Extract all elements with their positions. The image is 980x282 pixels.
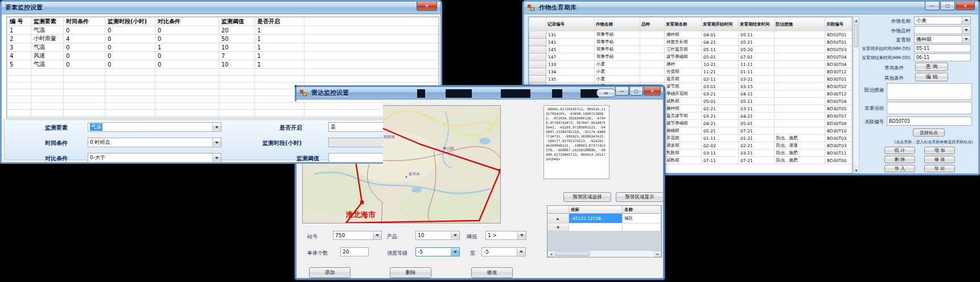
table-cell[interactable]: 03-15 <box>739 83 775 90</box>
table-cell[interactable]: 防虫、施肥 <box>775 157 825 164</box>
table-cell[interactable]: BD30T03 <box>825 135 853 142</box>
table-cell[interactable] <box>775 39 825 46</box>
table-cell[interactable]: 02-21 <box>702 105 739 113</box>
column-header[interactable]: 发育期名称 <box>665 18 702 31</box>
table-cell[interactable]: 07-21 <box>739 157 775 164</box>
table-cell[interactable]: 1 <box>255 60 304 69</box>
column-header[interactable]: 对比条件 <box>155 18 219 26</box>
table-cell[interactable]: 0 <box>105 43 155 52</box>
table-cell[interactable]: BD50T03 <box>825 46 853 53</box>
table-cell[interactable]: 成熟期 <box>665 98 702 105</box>
coord-column-header[interactable]: 坐标 <box>569 206 623 214</box>
table-cell[interactable]: 小时雨量 <box>31 35 64 43</box>
table-cell[interactable]: 03-01 <box>702 83 739 90</box>
table-cell[interactable]: 0 <box>105 35 155 43</box>
table-cell[interactable]: 05-21 <box>739 39 775 46</box>
table-cell[interactable]: BD30T11 <box>825 150 853 157</box>
table-cell[interactable]: BD30T04 <box>825 98 853 105</box>
table-cell[interactable]: 风速 <box>31 52 64 60</box>
column-header[interactable]: 防治措施 <box>775 18 825 31</box>
table-cell[interactable] <box>529 53 546 61</box>
table-cell[interactable]: 0 <box>155 26 219 35</box>
table-cell[interactable]: 05-20 <box>739 46 775 53</box>
empty-cell[interactable] <box>569 223 623 231</box>
cell-count-field[interactable]: 20 <box>340 247 369 256</box>
region-list-grid[interactable]: 坐标 名称 ▶ -45122.12238... 城区 ✱ ◄ ► <box>547 205 662 258</box>
table-cell[interactable]: 拔节孕穗期 <box>665 53 702 61</box>
table-cell[interactable] <box>775 120 825 127</box>
table-row[interactable]: 135小麦返青期02-1103-21BD30T01 <box>529 76 853 83</box>
empty-cell[interactable] <box>623 223 660 231</box>
chevron-down-icon[interactable] <box>962 17 970 24</box>
table-row[interactable]: 1气温000201 <box>7 26 439 35</box>
table-cell[interactable]: 0 <box>64 26 105 35</box>
table-cell[interactable]: 04-01 <box>702 31 739 39</box>
table-cell[interactable] <box>775 83 825 90</box>
table-cell[interactable]: 小麦 <box>595 76 640 83</box>
maximize-button[interactable]: ▢ <box>629 87 643 96</box>
product-combo[interactable]: 10 <box>415 231 460 240</box>
warning-region-display-button[interactable]: 预警区域显示 <box>616 192 664 202</box>
table-cell[interactable]: 10 <box>219 60 255 69</box>
scroll-right-icon[interactable]: ► <box>654 251 661 257</box>
scroll-up-icon[interactable]: ▲ <box>854 17 859 23</box>
table-cell[interactable]: 03-21 <box>702 113 739 120</box>
table-cell[interactable]: 05-01 <box>702 98 739 105</box>
delete-button[interactable]: 删 除 <box>884 156 915 163</box>
table-cell[interactable] <box>640 76 665 83</box>
table-cell[interactable]: 返青期 <box>665 76 702 83</box>
table-cell[interactable]: BD30T07 <box>825 113 853 120</box>
table-cell[interactable]: 拔节期 <box>665 83 702 90</box>
column-header[interactable] <box>304 18 439 26</box>
table-cell[interactable] <box>529 61 546 68</box>
table-cell[interactable]: 4 <box>7 52 31 60</box>
table-cell[interactable] <box>775 68 825 76</box>
table-cell[interactable]: 01-11 <box>739 68 775 76</box>
column-header[interactable]: 编 号 <box>7 18 31 26</box>
table-cell[interactable]: 10 <box>219 43 255 52</box>
table-cell[interactable]: 07-11 <box>702 157 739 164</box>
table-cell[interactable]: 播种期 <box>665 105 702 113</box>
table-cell[interactable] <box>640 68 665 76</box>
table-row[interactable]: 4风速00071 <box>7 52 439 60</box>
table-cell[interactable]: 双季早稻 <box>595 46 640 53</box>
table-cell[interactable] <box>529 68 546 76</box>
table-cell[interactable]: 141 <box>546 39 595 46</box>
table-cell[interactable]: 01-21 <box>739 135 775 142</box>
table-cell[interactable]: 02-11 <box>702 76 739 83</box>
table-row[interactable]: 2小时雨量400501 <box>7 35 439 43</box>
table-cell[interactable] <box>640 46 665 53</box>
table-cell[interactable] <box>640 53 665 61</box>
table-cell[interactable]: 03-21 <box>702 90 739 98</box>
modify-button[interactable]: 修 改 <box>924 156 955 163</box>
table-cell[interactable]: 0 <box>105 26 155 35</box>
start-time-field[interactable]: 05-11 <box>914 44 971 52</box>
table-cell[interactable]: 05-11 <box>702 46 739 53</box>
table-cell[interactable]: 1 <box>7 26 31 35</box>
table-cell[interactable]: 20 <box>219 26 255 35</box>
query-button[interactable]: 查 询 <box>915 63 948 71</box>
grid-horizontal-scrollbar[interactable]: ◄ ► <box>547 250 661 257</box>
table-cell[interactable]: 防虫、灌溉 <box>775 142 825 150</box>
name-column-header[interactable]: 名称 <box>623 206 660 214</box>
table-cell[interactable]: BD30T09 <box>825 120 853 127</box>
edit-button[interactable]: 编 辑 <box>915 73 948 81</box>
table-cell[interactable]: 成熟期 <box>665 157 702 164</box>
table-cell[interactable]: 双季早稻 <box>595 39 640 46</box>
table-cell[interactable]: BD50T01 <box>825 39 853 46</box>
minimize-button[interactable]: — <box>925 2 940 10</box>
table-cell[interactable]: 1 <box>255 35 304 43</box>
table-cell[interactable]: 10-21 <box>702 61 739 68</box>
table-cell[interactable]: BD30T12 <box>825 68 853 76</box>
table-cell[interactable]: 0 <box>155 35 219 43</box>
table-row[interactable]: 133小麦播种10-2111-11BD30T04 <box>529 61 853 68</box>
modify-button[interactable]: 修改 <box>471 267 513 278</box>
compare-condition-combo[interactable]: 0-大于 <box>88 153 221 163</box>
crop-period-titlebar[interactable]: 作物生育期库 <box>524 2 978 14</box>
element-monitor-titlebar[interactable]: 要素监控设置 <box>2 2 440 14</box>
table-cell[interactable]: 01-11 <box>702 135 739 142</box>
table-cell[interactable] <box>775 105 825 113</box>
table-cell[interactable]: BD30T04 <box>825 61 853 68</box>
table-row[interactable]: 141双季早稻秧苗生长期04-2105-21BD50T01 <box>529 39 853 46</box>
table-cell[interactable]: 4 <box>64 35 105 43</box>
